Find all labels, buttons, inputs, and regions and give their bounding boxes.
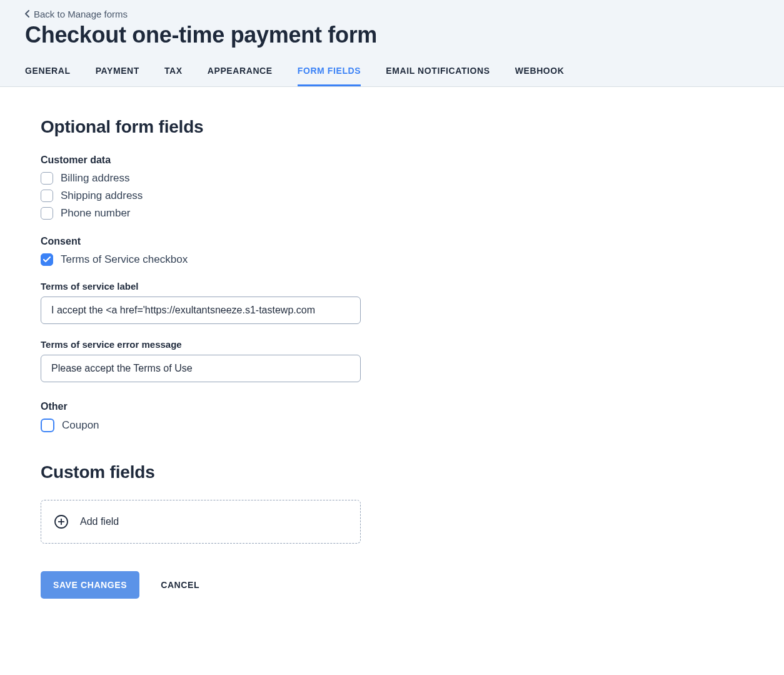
- tos-label-field-label: Terms of service label: [41, 281, 397, 292]
- tos-error-field-label: Terms of service error message: [41, 339, 397, 350]
- other-group: Other Coupon: [41, 401, 397, 432]
- tab-email-notifications[interactable]: EMAIL NOTIFICATIONS: [386, 66, 490, 86]
- coupon-label: Coupon: [62, 419, 99, 432]
- customer-data-label: Customer data: [41, 155, 397, 166]
- shipping-address-checkbox[interactable]: [41, 190, 53, 202]
- header-section: Back to Manage forms Checkout one-time p…: [0, 0, 784, 87]
- consent-label: Consent: [41, 236, 397, 247]
- chevron-left-icon: [25, 9, 30, 19]
- tos-error-block: Terms of service error message: [41, 339, 397, 382]
- add-field-label: Add field: [80, 516, 119, 527]
- tos-checkbox[interactable]: [41, 253, 53, 266]
- consent-group: Consent Terms of Service checkbox: [41, 236, 397, 266]
- billing-address-row: Billing address: [41, 172, 397, 185]
- content: Optional form fields Customer data Billi…: [0, 87, 438, 636]
- tab-tax[interactable]: TAX: [164, 66, 183, 86]
- shipping-address-row: Shipping address: [41, 190, 397, 202]
- tab-appearance[interactable]: APPEARANCE: [208, 66, 273, 86]
- tos-label-input[interactable]: [41, 297, 361, 324]
- phone-number-row: Phone number: [41, 207, 397, 220]
- back-link[interactable]: Back to Manage forms: [25, 9, 128, 19]
- cancel-button[interactable]: CANCEL: [161, 580, 199, 590]
- billing-address-checkbox[interactable]: [41, 172, 53, 185]
- tos-label-block: Terms of service label: [41, 281, 397, 324]
- tos-error-input[interactable]: [41, 355, 361, 382]
- coupon-row: Coupon: [41, 419, 397, 432]
- billing-address-label: Billing address: [61, 172, 130, 185]
- tos-checkbox-row: Terms of Service checkbox: [41, 253, 397, 266]
- add-field-button[interactable]: Add field: [41, 500, 361, 544]
- tab-webhook[interactable]: WEBHOOK: [515, 66, 565, 86]
- custom-fields-heading: Custom fields: [41, 462, 397, 482]
- other-label: Other: [41, 401, 397, 412]
- phone-number-checkbox[interactable]: [41, 207, 53, 220]
- save-button[interactable]: SAVE CHANGES: [41, 571, 139, 599]
- phone-number-label: Phone number: [61, 207, 131, 220]
- back-link-text: Back to Manage forms: [34, 9, 128, 19]
- button-row: SAVE CHANGES CANCEL: [41, 571, 397, 599]
- customer-data-group: Customer data Billing address Shipping a…: [41, 155, 397, 220]
- tab-form-fields[interactable]: FORM FIELDS: [298, 66, 361, 86]
- tos-checkbox-label: Terms of Service checkbox: [61, 253, 188, 266]
- plus-circle-icon: [54, 514, 69, 529]
- optional-form-fields-heading: Optional form fields: [41, 117, 397, 137]
- tab-general[interactable]: GENERAL: [25, 66, 71, 86]
- tabs: GENERAL PAYMENT TAX APPEARANCE FORM FIEL…: [25, 66, 759, 86]
- tab-payment[interactable]: PAYMENT: [96, 66, 139, 86]
- page-title: Checkout one-time payment form: [25, 22, 759, 48]
- shipping-address-label: Shipping address: [61, 190, 143, 202]
- coupon-checkbox[interactable]: [41, 419, 54, 432]
